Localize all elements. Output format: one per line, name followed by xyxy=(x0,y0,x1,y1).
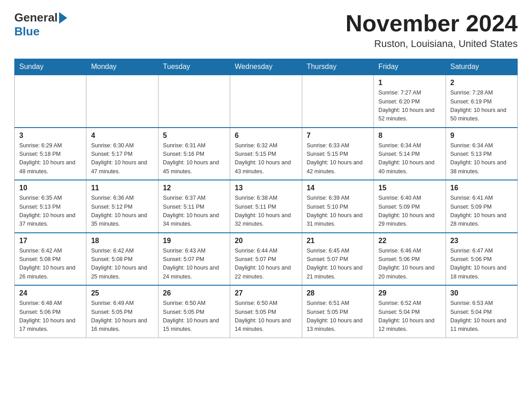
calendar-cell: 8Sunrise: 6:34 AM Sunset: 5:14 PM Daylig… xyxy=(374,128,446,180)
calendar-cell: 14Sunrise: 6:39 AM Sunset: 5:10 PM Dayli… xyxy=(302,180,373,233)
day-number: 30 xyxy=(450,289,513,297)
day-info: Sunrise: 6:36 AM Sunset: 5:12 PM Dayligh… xyxy=(91,194,153,229)
day-info: Sunrise: 7:27 AM Sunset: 6:20 PM Dayligh… xyxy=(378,89,441,124)
calendar-cell: 12Sunrise: 6:37 AM Sunset: 5:11 PM Dayli… xyxy=(158,180,230,233)
day-info: Sunrise: 6:41 AM Sunset: 5:09 PM Dayligh… xyxy=(450,194,513,229)
calendar-cell: 21Sunrise: 6:45 AM Sunset: 5:07 PM Dayli… xyxy=(302,233,373,286)
day-info: Sunrise: 7:28 AM Sunset: 6:19 PM Dayligh… xyxy=(450,89,513,124)
day-info: Sunrise: 6:33 AM Sunset: 5:15 PM Dayligh… xyxy=(307,141,369,176)
logo-blue-text: Blue xyxy=(14,25,67,39)
day-number: 5 xyxy=(163,132,225,140)
day-number: 20 xyxy=(235,237,297,245)
day-info: Sunrise: 6:46 AM Sunset: 5:06 PM Dayligh… xyxy=(378,247,441,282)
day-info: Sunrise: 6:30 AM Sunset: 5:17 PM Dayligh… xyxy=(91,141,153,176)
calendar-cell: 28Sunrise: 6:51 AM Sunset: 5:05 PM Dayli… xyxy=(302,285,373,338)
calendar-cell xyxy=(158,75,230,128)
col-header-thursday: Thursday xyxy=(302,59,373,75)
day-info: Sunrise: 6:43 AM Sunset: 5:07 PM Dayligh… xyxy=(163,247,225,282)
day-info: Sunrise: 6:48 AM Sunset: 5:06 PM Dayligh… xyxy=(19,299,82,334)
day-number: 24 xyxy=(19,289,82,297)
day-info: Sunrise: 6:34 AM Sunset: 5:14 PM Dayligh… xyxy=(378,141,441,176)
logo-general-text: General xyxy=(14,11,58,25)
day-info: Sunrise: 6:38 AM Sunset: 5:11 PM Dayligh… xyxy=(235,194,297,229)
day-number: 19 xyxy=(163,237,225,245)
logo: General Blue xyxy=(14,11,67,39)
title-area: November 2024 Ruston, Louisiana, United … xyxy=(346,11,518,50)
day-number: 13 xyxy=(235,184,297,192)
day-number: 6 xyxy=(235,132,297,140)
calendar-cell xyxy=(302,75,373,128)
calendar-cell: 5Sunrise: 6:31 AM Sunset: 5:16 PM Daylig… xyxy=(158,128,230,180)
day-number: 25 xyxy=(91,289,153,297)
day-number: 18 xyxy=(91,237,153,245)
calendar-cell: 2Sunrise: 7:28 AM Sunset: 6:19 PM Daylig… xyxy=(446,75,517,128)
day-info: Sunrise: 6:47 AM Sunset: 5:06 PM Dayligh… xyxy=(450,247,513,282)
day-number: 1 xyxy=(378,79,441,87)
day-info: Sunrise: 6:37 AM Sunset: 5:11 PM Dayligh… xyxy=(163,194,225,229)
day-info: Sunrise: 6:40 AM Sunset: 5:09 PM Dayligh… xyxy=(378,194,441,229)
day-info: Sunrise: 6:45 AM Sunset: 5:07 PM Dayligh… xyxy=(307,247,369,282)
week-row-2: 3Sunrise: 6:29 AM Sunset: 5:18 PM Daylig… xyxy=(15,128,518,180)
calendar-cell: 24Sunrise: 6:48 AM Sunset: 5:06 PM Dayli… xyxy=(15,285,86,338)
day-info: Sunrise: 6:42 AM Sunset: 5:08 PM Dayligh… xyxy=(91,247,153,282)
day-number: 23 xyxy=(450,237,513,245)
day-number: 27 xyxy=(235,289,297,297)
day-info: Sunrise: 6:32 AM Sunset: 5:15 PM Dayligh… xyxy=(235,141,297,176)
day-number: 15 xyxy=(378,184,441,192)
col-header-tuesday: Tuesday xyxy=(158,59,230,75)
day-info: Sunrise: 6:35 AM Sunset: 5:13 PM Dayligh… xyxy=(19,194,82,229)
day-info: Sunrise: 6:51 AM Sunset: 5:05 PM Dayligh… xyxy=(307,299,369,334)
col-header-saturday: Saturday xyxy=(446,59,517,75)
week-row-4: 17Sunrise: 6:42 AM Sunset: 5:08 PM Dayli… xyxy=(15,233,518,286)
calendar-cell: 16Sunrise: 6:41 AM Sunset: 5:09 PM Dayli… xyxy=(446,180,517,233)
calendar-cell xyxy=(15,75,86,128)
day-info: Sunrise: 6:34 AM Sunset: 5:13 PM Dayligh… xyxy=(450,141,513,176)
calendar-cell: 23Sunrise: 6:47 AM Sunset: 5:06 PM Dayli… xyxy=(446,233,517,286)
location-subtitle: Ruston, Louisiana, United States xyxy=(346,38,518,50)
calendar-cell: 15Sunrise: 6:40 AM Sunset: 5:09 PM Dayli… xyxy=(374,180,446,233)
calendar-table: SundayMondayTuesdayWednesdayThursdayFrid… xyxy=(14,59,518,338)
col-header-wednesday: Wednesday xyxy=(230,59,302,75)
day-info: Sunrise: 6:50 AM Sunset: 5:05 PM Dayligh… xyxy=(163,299,225,334)
calendar-cell xyxy=(86,75,158,128)
calendar-cell: 26Sunrise: 6:50 AM Sunset: 5:05 PM Dayli… xyxy=(158,285,230,338)
day-number: 10 xyxy=(19,184,82,192)
calendar-cell: 25Sunrise: 6:49 AM Sunset: 5:05 PM Dayli… xyxy=(86,285,158,338)
calendar-cell: 27Sunrise: 6:50 AM Sunset: 5:05 PM Dayli… xyxy=(230,285,302,338)
page-header: General Blue November 2024 Ruston, Louis… xyxy=(14,11,518,50)
calendar-cell: 7Sunrise: 6:33 AM Sunset: 5:15 PM Daylig… xyxy=(302,128,373,180)
calendar-cell xyxy=(230,75,302,128)
logo-arrow-icon xyxy=(59,12,67,24)
day-info: Sunrise: 6:50 AM Sunset: 5:05 PM Dayligh… xyxy=(235,299,297,334)
calendar-cell: 13Sunrise: 6:38 AM Sunset: 5:11 PM Dayli… xyxy=(230,180,302,233)
calendar-cell: 10Sunrise: 6:35 AM Sunset: 5:13 PM Dayli… xyxy=(15,180,86,233)
day-info: Sunrise: 6:49 AM Sunset: 5:05 PM Dayligh… xyxy=(91,299,153,334)
week-row-1: 1Sunrise: 7:27 AM Sunset: 6:20 PM Daylig… xyxy=(15,75,518,128)
day-info: Sunrise: 6:31 AM Sunset: 5:16 PM Dayligh… xyxy=(163,141,225,176)
day-number: 7 xyxy=(307,132,369,140)
calendar-cell: 29Sunrise: 6:52 AM Sunset: 5:04 PM Dayli… xyxy=(374,285,446,338)
week-row-5: 24Sunrise: 6:48 AM Sunset: 5:06 PM Dayli… xyxy=(15,285,518,338)
day-number: 2 xyxy=(450,79,513,87)
calendar-cell: 6Sunrise: 6:32 AM Sunset: 5:15 PM Daylig… xyxy=(230,128,302,180)
day-number: 22 xyxy=(378,237,441,245)
week-row-3: 10Sunrise: 6:35 AM Sunset: 5:13 PM Dayli… xyxy=(15,180,518,233)
day-info: Sunrise: 6:53 AM Sunset: 5:04 PM Dayligh… xyxy=(450,299,513,334)
calendar-cell: 30Sunrise: 6:53 AM Sunset: 5:04 PM Dayli… xyxy=(446,285,517,338)
day-number: 21 xyxy=(307,237,369,245)
day-number: 4 xyxy=(91,132,153,140)
day-number: 9 xyxy=(450,132,513,140)
col-header-sunday: Sunday xyxy=(15,59,86,75)
calendar-cell: 3Sunrise: 6:29 AM Sunset: 5:18 PM Daylig… xyxy=(15,128,86,180)
day-number: 29 xyxy=(378,289,441,297)
day-info: Sunrise: 6:44 AM Sunset: 5:07 PM Dayligh… xyxy=(235,247,297,282)
day-number: 11 xyxy=(91,184,153,192)
month-title: November 2024 xyxy=(346,11,518,36)
col-header-friday: Friday xyxy=(374,59,446,75)
calendar-cell: 18Sunrise: 6:42 AM Sunset: 5:08 PM Dayli… xyxy=(86,233,158,286)
day-info: Sunrise: 6:29 AM Sunset: 5:18 PM Dayligh… xyxy=(19,141,82,176)
day-info: Sunrise: 6:52 AM Sunset: 5:04 PM Dayligh… xyxy=(378,299,441,334)
calendar-cell: 11Sunrise: 6:36 AM Sunset: 5:12 PM Dayli… xyxy=(86,180,158,233)
calendar-cell: 17Sunrise: 6:42 AM Sunset: 5:08 PM Dayli… xyxy=(15,233,86,286)
day-number: 16 xyxy=(450,184,513,192)
